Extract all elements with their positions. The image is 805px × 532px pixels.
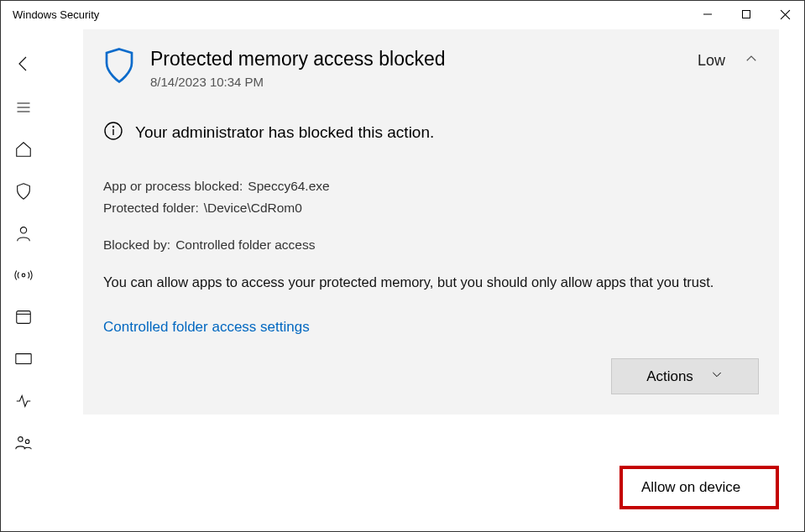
menu-button[interactable] xyxy=(1,86,46,128)
blocked-by-value: Controlled folder access xyxy=(175,234,315,256)
alert-card: Protected memory access blocked 8/14/202… xyxy=(83,29,779,415)
home-nav[interactable] xyxy=(1,128,46,170)
alert-timestamp: 8/14/2023 10:34 PM xyxy=(150,75,446,89)
card-header-right: Low xyxy=(698,48,759,70)
svg-point-8 xyxy=(22,274,25,277)
svg-point-14 xyxy=(25,440,29,444)
account-protection-nav[interactable] xyxy=(1,212,46,254)
maximize-button[interactable] xyxy=(727,1,766,28)
firewall-nav[interactable] xyxy=(1,254,46,296)
app-blocked-row: App or process blocked: Speccy64.exe xyxy=(103,175,759,197)
admin-blocked-row: Your administrator has blocked this acti… xyxy=(103,121,759,145)
protected-folder-value: \Device\CdRom0 xyxy=(204,197,302,219)
svg-rect-11 xyxy=(16,354,31,364)
minimize-button[interactable] xyxy=(688,1,727,28)
sidebar xyxy=(1,28,46,531)
family-options-nav[interactable] xyxy=(1,422,46,464)
chevron-down-icon xyxy=(710,368,724,385)
app-browser-nav[interactable] xyxy=(1,296,46,338)
content-area: Protected memory access blocked 8/14/202… xyxy=(1,28,804,531)
chevron-up-icon[interactable] xyxy=(744,51,759,70)
blocked-by-row: Blocked by: Controlled folder access xyxy=(103,234,759,256)
virus-protection-nav[interactable] xyxy=(1,170,46,212)
card-header[interactable]: Protected memory access blocked 8/14/202… xyxy=(103,48,759,89)
device-performance-nav[interactable] xyxy=(1,380,46,422)
back-button[interactable] xyxy=(1,41,46,86)
shield-icon xyxy=(103,48,135,86)
svg-rect-9 xyxy=(17,311,31,324)
svg-point-7 xyxy=(20,227,26,233)
actions-row: Actions xyxy=(103,358,759,394)
alert-title: Protected memory access blocked xyxy=(150,48,446,71)
window-controls xyxy=(688,1,804,28)
protected-folder-label: Protected folder: xyxy=(103,197,199,219)
app-blocked-label: App or process blocked: xyxy=(103,175,243,197)
blocked-by-label: Blocked by: xyxy=(103,234,170,256)
severity-label: Low xyxy=(698,52,725,70)
svg-point-13 xyxy=(18,437,23,442)
svg-rect-1 xyxy=(743,11,750,18)
window-title: Windows Security xyxy=(13,8,99,21)
device-security-nav[interactable] xyxy=(1,338,46,380)
titlebar: Windows Security xyxy=(1,1,804,28)
main-panel: Protected memory access blocked 8/14/202… xyxy=(46,28,804,531)
svg-point-17 xyxy=(113,126,114,127)
app-blocked-value: Speccy64.exe xyxy=(248,175,329,197)
settings-link[interactable]: Controlled folder access settings xyxy=(103,316,310,340)
alert-details: App or process blocked: Speccy64.exe Pro… xyxy=(103,175,759,341)
protected-folder-row: Protected folder: \Device\CdRom0 xyxy=(103,197,759,219)
actions-dropdown[interactable]: Actions xyxy=(611,358,759,394)
actions-label: Actions xyxy=(646,368,693,385)
admin-blocked-message: Your administrator has blocked this acti… xyxy=(135,123,434,142)
card-header-left: Protected memory access blocked 8/14/202… xyxy=(103,48,446,89)
info-icon xyxy=(103,121,123,145)
close-button[interactable] xyxy=(766,1,804,28)
alert-description: You can allow apps to access your protec… xyxy=(103,272,759,293)
allow-on-device-menu-item[interactable]: Allow on device xyxy=(619,466,779,509)
menu-item-label: Allow on device xyxy=(641,479,740,495)
